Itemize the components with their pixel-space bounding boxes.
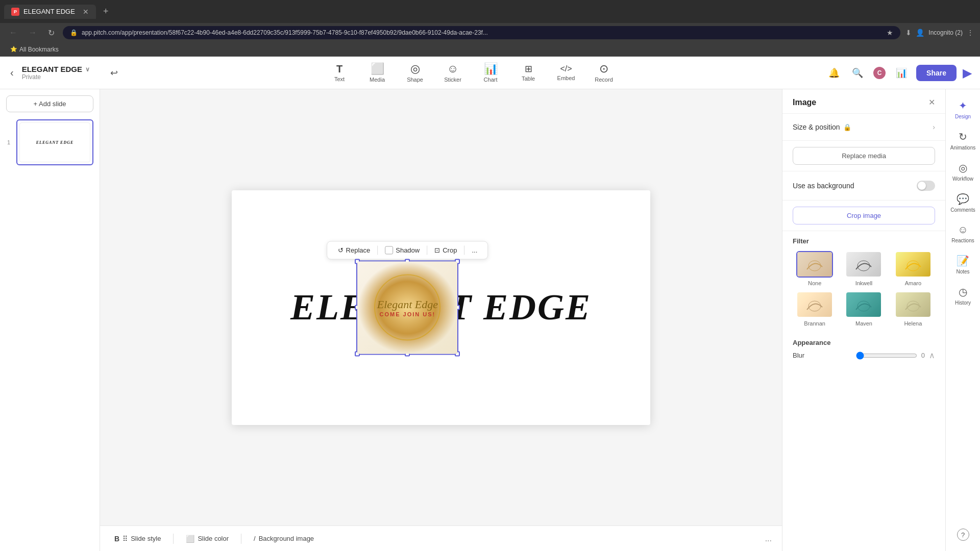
toolbar-chart[interactable]: 📊 Chart [478,63,503,83]
history-icon: ◷ [959,286,967,298]
animations-panel-btn[interactable]: ↻ Animations [949,127,977,155]
image-script-text: Elegant Edge [377,298,438,311]
filter-preview-none [797,252,832,277]
bookmarks-label[interactable]: ⭐ All Bookmarks [6,45,63,54]
app-header: ‹ ELEGANT EDGE ∨ Private ↩ T Text ⬜ Medi… [0,57,980,89]
new-tab-btn[interactable]: + [100,6,112,17]
shape-icon: ◎ [410,63,420,74]
slide-thumbnail-1[interactable]: ELEGANT EDGE [16,119,93,165]
toolbar-shape[interactable]: ◎ Shape [402,63,428,83]
shadow-checkbox[interactable] [385,246,393,254]
filter-thumb-none [796,251,833,278]
filter-brannan[interactable]: Brannan [793,291,837,327]
more-options-btn[interactable]: ... [468,244,481,256]
toolbar-embed[interactable]: </> Embed [553,65,579,81]
browser-actions: ⬇ 👤 Incognito (2) ⋮ [905,29,974,37]
url-display: app.pitch.com/app/presentation/58f67c22-… [82,29,883,36]
workflow-panel-btn[interactable]: ◎ Workflow [949,158,977,186]
filter-label: Filter [793,237,935,245]
toolbar-media[interactable]: ⬜ Media [364,63,390,83]
filter-maven[interactable]: Maven [842,291,886,327]
filter-helena[interactable]: Helena [891,291,935,327]
background-image-btn[interactable]: / Background image [250,533,318,544]
thumbnail-inner: ELEGANT EDGE [19,122,90,162]
sticker-icon: ☺ [447,63,458,74]
replace-media-btn[interactable]: Replace media [793,147,935,165]
profile-btn[interactable]: 👤 [916,29,924,37]
size-position-row[interactable]: Size & position 🔒 › [793,120,935,134]
crop-icon: ⊡ [434,246,440,254]
reactions-panel-btn[interactable]: ☺ Reactions [949,220,977,247]
filter-section: Filter None [782,231,945,333]
avatar-group: C [872,66,887,80]
reload-btn[interactable]: ↻ [45,26,58,40]
far-right-panel: ✦ Design ↻ Animations ◎ Workflow 💬 Comme… [945,89,980,551]
notes-panel-btn[interactable]: 📝 Notes [949,251,977,279]
appearance-section: Appearance Blur 0 ∧ [782,333,945,366]
canvas-area: ELEGANT EDGE ↺ Replace Shadow [100,89,782,551]
panel-close-btn[interactable]: ✕ [928,97,935,107]
back-to-projects-btn[interactable]: ‹ [8,65,16,81]
slide-color-btn[interactable]: ⬜ Slide color [182,533,233,545]
help-btn[interactable]: ? [949,524,977,545]
back-btn[interactable]: ← [6,26,20,39]
play-btn[interactable]: ▶ [963,66,972,80]
toolbar-table[interactable]: ⊞ Table [516,64,541,82]
filter-thumb-maven [845,291,882,318]
browser-tab[interactable]: P ELEGANT EDGE ✕ [4,5,96,19]
table-icon: ⊞ [525,64,532,73]
filter-preview-helena [896,292,930,317]
shadow-btn[interactable]: Shadow [381,244,424,256]
share-button[interactable]: Share [916,65,957,81]
grid-icon: ⠿ [122,535,128,543]
crop-image-btn[interactable]: Crop image [793,207,935,224]
filter-preview-inkwell [846,252,881,277]
bold-icon: B [114,535,119,543]
history-panel-btn[interactable]: ◷ History [949,282,977,310]
toolbar-record[interactable]: ⊙ Record [591,63,617,83]
panel-title: Image [793,98,816,107]
comments-panel-btn[interactable]: 💬 Comments [949,189,977,217]
search-btn[interactable]: 🔍 [849,64,866,82]
replace-btn[interactable]: ↺ Replace [334,244,375,256]
slide-style-btn[interactable]: B ⠿ Slide style [110,533,165,545]
filter-inkwell[interactable]: Inkwell [842,251,886,286]
embed-icon: </> [560,65,572,73]
project-name[interactable]: ELEGANT EDGE ∨ [22,65,90,73]
toolbar-sticker[interactable]: ☺ Sticker [440,63,465,83]
animations-icon: ↻ [959,131,967,143]
panel-header: Image ✕ [782,89,945,114]
browser-chrome: P ELEGANT EDGE ✕ + [0,0,980,23]
filter-amaro[interactable]: Amaro [891,251,935,286]
toolbar-text[interactable]: T Text [327,64,352,82]
filter-thumb-inkwell [845,251,882,278]
filter-name-inkwell: Inkwell [855,280,873,286]
filter-name-maven: Maven [855,320,872,327]
filter-none[interactable]: None [793,251,837,286]
use-as-background-toggle[interactable] [917,181,935,191]
address-bar[interactable]: 🔒 app.pitch.com/app/presentation/58f67c2… [63,26,900,39]
notification-btn[interactable]: 🔔 [825,64,843,82]
use-as-background-row: Use as background [793,178,935,194]
download-btn[interactable]: ⬇ [905,29,912,37]
extensions-btn[interactable]: ⋮ [967,29,974,37]
toolbar-divider-3 [464,245,464,255]
add-slide-btn[interactable]: + Add slide [6,95,93,112]
chevron-up-icon[interactable]: ∧ [929,350,935,360]
comments-icon: 💬 [957,193,969,205]
forward-btn[interactable]: → [26,26,40,39]
selected-image[interactable]: ↺ Replace Shadow ⊡ Crop [356,260,458,355]
blur-slider[interactable] [856,352,917,360]
tab-close-btn[interactable]: ✕ [83,8,89,16]
footer-more-btn[interactable]: ... [765,534,772,543]
design-panel-btn[interactable]: ✦ Design [949,95,977,123]
present-panel-btn[interactable]: 📊 [893,64,910,82]
filter-name-brannan: Brannan [804,320,825,327]
incognito-label: Incognito (2) [928,29,963,36]
blur-value: 0 [921,352,925,359]
footer-divider-1 [173,534,174,544]
slide-canvas[interactable]: ELEGANT EDGE ↺ Replace Shadow [232,190,650,425]
undo-btn[interactable]: ↩ [110,67,118,79]
crop-btn[interactable]: ⊡ Crop [430,244,461,256]
filter-name-none: None [808,280,821,286]
